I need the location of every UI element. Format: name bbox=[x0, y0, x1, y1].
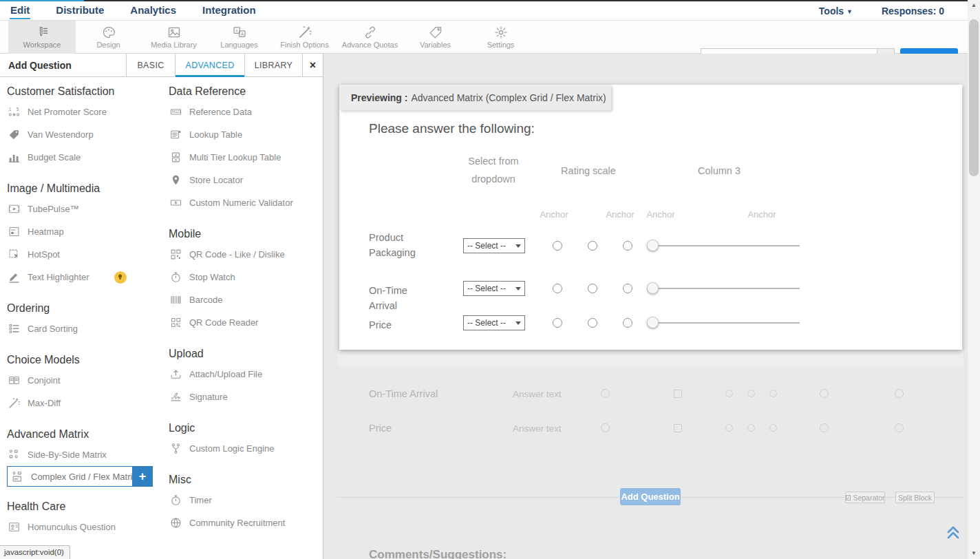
signature-icon bbox=[169, 391, 182, 403]
radio-button[interactable] bbox=[623, 241, 632, 251]
radio-button[interactable] bbox=[623, 318, 632, 328]
sidebar-item-stop-watch[interactable]: Stop Watch bbox=[169, 266, 324, 288]
nav-item-edit[interactable]: Edit bbox=[10, 2, 30, 19]
radio-button bbox=[769, 390, 777, 397]
close-panel-button[interactable]: × bbox=[302, 54, 323, 76]
sidebar-item-qr-code-reader[interactable]: QR Code Reader bbox=[169, 311, 324, 334]
sidebar-item-signature[interactable]: Signature bbox=[169, 386, 324, 408]
sidebar-item-side-by-side-matrix[interactable]: Side-By-Side Matrix bbox=[7, 443, 162, 466]
toolbar-advance-quotas-button[interactable]: Advance Quotas bbox=[337, 21, 403, 54]
radio-button[interactable] bbox=[623, 284, 632, 293]
anchor-label: Anchor bbox=[526, 209, 582, 220]
select-dropdown[interactable]: -- Select -- bbox=[463, 281, 525, 296]
radio-button[interactable] bbox=[588, 241, 597, 251]
toolbar-workspace-button[interactable]: Workspace bbox=[8, 21, 76, 54]
scrollbar[interactable]: ▲ ▼ bbox=[968, 0, 980, 559]
upload-icon bbox=[169, 368, 182, 380]
toolbar-settings-button[interactable]: Settings bbox=[468, 21, 533, 54]
toolbar-finish-options-button[interactable]: Finish Options bbox=[272, 21, 337, 54]
sidebar-item-barcode[interactable]: Barcode bbox=[169, 288, 324, 311]
design-icon bbox=[102, 25, 116, 39]
sidebar-item-card-sorting[interactable]: Card Sorting bbox=[7, 317, 162, 340]
section-title-ordering: Ordering bbox=[7, 302, 162, 315]
select-dropdown[interactable]: -- Select -- bbox=[463, 315, 525, 330]
radio-button[interactable] bbox=[553, 284, 562, 293]
slider-track[interactable] bbox=[652, 245, 800, 246]
radio-button[interactable] bbox=[553, 318, 562, 328]
sidebar-item-label: Multi Tier Lookup Table bbox=[189, 152, 281, 162]
nav-item-distribute[interactable]: Distribute bbox=[55, 2, 105, 19]
toolbar-button-label: Finish Options bbox=[280, 41, 328, 49]
map-pin-icon bbox=[169, 174, 182, 186]
toolbar-media-library-button[interactable]: Media Library bbox=[141, 21, 206, 54]
sidebar-item-text-highlighter[interactable]: Text Highlighter bbox=[7, 266, 162, 288]
collapse-chevrons-up-icon[interactable] bbox=[945, 523, 961, 544]
sidebar-item-attach-upload-file[interactable]: Attach/Upload File bbox=[169, 363, 324, 386]
sidebar-item-lookup-table[interactable]: Lookup Table bbox=[169, 123, 324, 146]
sidebar-item-timer[interactable]: Timer bbox=[169, 489, 324, 511]
numeric-validator-icon bbox=[169, 197, 182, 209]
sidebar-item-budget-scale[interactable]: Budget Scale bbox=[7, 146, 162, 169]
sidebar-item-multi-tier-lookup-table[interactable]: Multi Tier Lookup Table bbox=[169, 146, 324, 169]
premium-bulb-icon bbox=[114, 271, 127, 284]
slider-track[interactable] bbox=[652, 322, 800, 324]
split-block-button[interactable]: Split Block bbox=[895, 492, 935, 503]
sidebar-item-store-locator[interactable]: Store Locator bbox=[169, 169, 324, 191]
sidebar-item-hotspot[interactable]: HotSpot bbox=[7, 243, 162, 266]
sidebar-item-label: HotSpot bbox=[28, 249, 60, 260]
slider-handle[interactable] bbox=[647, 282, 659, 294]
responses-count[interactable]: Responses: 0 bbox=[882, 6, 944, 17]
toolbar-languages-button[interactable]: xALanguages bbox=[206, 21, 272, 54]
select-value: -- Select -- bbox=[467, 284, 506, 293]
checkbox bbox=[674, 424, 682, 432]
select-dropdown[interactable]: -- Select -- bbox=[463, 238, 525, 253]
separator-label: Separator bbox=[853, 494, 884, 502]
add-selected-question-button[interactable]: + bbox=[132, 466, 153, 487]
slider-track[interactable] bbox=[652, 288, 800, 289]
anchor-label: Anchor bbox=[734, 209, 789, 220]
sidebar-item-label: Custom Numeric Validator bbox=[189, 198, 293, 208]
sidebar-item-qr-code-like-dislike[interactable]: QR Code - Like / Dislike bbox=[169, 243, 324, 266]
sidebar-item-custom-numeric-validator[interactable]: Custom Numeric Validator bbox=[169, 191, 324, 214]
slider-handle[interactable] bbox=[647, 317, 659, 328]
sidebar-item-tubepulse[interactable]: TubePulse™ bbox=[7, 198, 162, 220]
tab-library[interactable]: LIBRARY bbox=[244, 54, 302, 76]
add-question-button[interactable]: Add Question bbox=[620, 488, 681, 505]
nav-item-integration[interactable]: Integration bbox=[202, 2, 257, 19]
radio-button[interactable] bbox=[588, 284, 597, 293]
nav-item-analytics[interactable]: Analytics bbox=[129, 2, 177, 19]
card-sorting-icon bbox=[7, 323, 21, 335]
slider-handle[interactable] bbox=[647, 240, 659, 251]
sidebar-item-reference-data[interactable]: 96123Reference Data bbox=[169, 101, 324, 123]
sidebar-item-custom-logic-engine[interactable]: Custom Logic Engine bbox=[169, 437, 324, 460]
tab-advanced[interactable]: ADVANCED bbox=[175, 54, 244, 76]
scroll-down-arrow[interactable]: ▼ bbox=[968, 548, 980, 559]
svg-text:5: 5 bbox=[16, 107, 19, 112]
sidebar-item-van-westendorp[interactable]: Van Westendorp bbox=[7, 123, 162, 146]
radio-button bbox=[725, 424, 733, 432]
scroll-up-arrow[interactable]: ▲ bbox=[968, 0, 980, 11]
sidebar-item-complex-grid-flex-matrix[interactable]: Complex Grid / Flex Matrix+ bbox=[7, 466, 153, 487]
sidebar-item-net-promoter-score[interactable]: 15Net Promoter Score bbox=[7, 101, 162, 123]
sidebar-item-label: Lookup Table bbox=[189, 129, 242, 140]
radio-button[interactable] bbox=[553, 241, 562, 251]
sidebar-item-conjoint[interactable]: Conjoint bbox=[7, 369, 162, 392]
sidebar-item-homunculus-question[interactable]: Homunculus Question bbox=[7, 516, 162, 538]
tab-basic[interactable]: BASIC bbox=[126, 54, 175, 76]
wand-icon bbox=[7, 397, 21, 409]
toolbar-button-label: Design bbox=[96, 41, 120, 49]
radio-button bbox=[747, 390, 755, 397]
sidebar-item-max-diff[interactable]: Max-Diff bbox=[7, 392, 162, 414]
radio-button bbox=[601, 423, 610, 432]
section-title-health-care: Health Care bbox=[7, 500, 162, 513]
separator-toggle[interactable]: ✓ Separator bbox=[845, 492, 885, 503]
toolbar-design-button[interactable]: Design bbox=[76, 21, 141, 54]
radio-button[interactable] bbox=[588, 318, 597, 328]
tools-menu[interactable]: Tools ▼ bbox=[819, 6, 853, 17]
section-title-choice-models: Choice Models bbox=[7, 354, 162, 366]
sidebar-item-heatmap[interactable]: Heatmap bbox=[7, 220, 162, 243]
toolbar-variables-button[interactable]: Variables bbox=[403, 21, 468, 54]
scrollbar-thumb[interactable] bbox=[969, 19, 979, 176]
sidebar-item-community-recruitment[interactable]: Community Recruitment bbox=[169, 511, 324, 534]
sidebar-item-label: Store Locator bbox=[189, 175, 243, 185]
